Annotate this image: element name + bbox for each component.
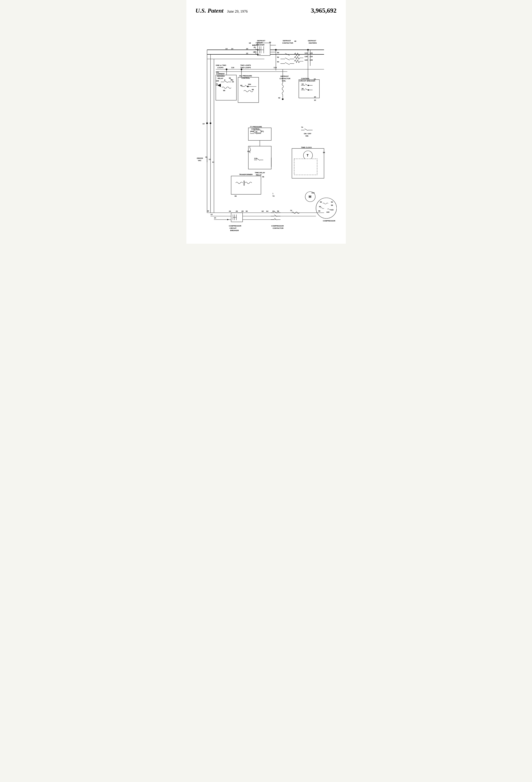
svg-text:120: 120: [310, 56, 313, 58]
svg-line-41: [285, 62, 290, 65]
svg-marker-230: [227, 219, 229, 220]
svg-line-217: [274, 218, 277, 220]
svg-text:50: 50: [277, 51, 279, 54]
svg-text:10: 10: [246, 48, 248, 50]
svg-text:PRESSURE: PRESSURE: [253, 126, 262, 128]
svg-text:20: 20: [254, 46, 256, 48]
svg-text:COMPRESSOR: COMPRESSOR: [229, 225, 241, 227]
svg-text:OIL PRESSURE: OIL PRESSURE: [239, 75, 252, 77]
svg-text:72: 72: [290, 210, 292, 212]
svg-text:12: 12: [314, 99, 316, 101]
svg-text:114: 114: [274, 67, 277, 69]
svg-text:108: 108: [216, 80, 219, 82]
svg-text:LOOPS: LOOPS: [217, 67, 223, 69]
patent-header: U.S. Patent June 29, 1976 3,965,692: [196, 7, 337, 14]
svg-text:36: 36: [302, 87, 304, 90]
svg-text:124: 124: [305, 52, 308, 54]
svg-text:VAC: VAC: [198, 159, 201, 162]
svg-text:TIME DELAY: TIME DELAY: [255, 172, 265, 174]
svg-text:CIRCUIT: CIRCUIT: [256, 42, 263, 44]
svg-text:106: 106: [216, 71, 219, 73]
svg-text:130: 130: [305, 56, 308, 58]
svg-text:116: 116: [231, 67, 234, 69]
svg-text:44: 44: [232, 81, 234, 83]
svg-text:COMPRESSOR: COMPRESSOR: [323, 220, 336, 222]
svg-text:CONTROL: CONTROL: [251, 128, 260, 130]
svg-text:10: 10: [207, 210, 209, 212]
svg-text:10: 10: [314, 96, 316, 98]
svg-text:66: 66: [235, 195, 237, 197]
svg-text:24: 24: [229, 210, 231, 212]
svg-text:⌇: ⌇: [272, 193, 273, 195]
svg-text:2: 2: [224, 79, 225, 81]
svg-text:12: 12: [246, 52, 248, 55]
svg-text:BREAKER: BREAKER: [256, 44, 265, 46]
svg-text:12: 12: [209, 158, 211, 161]
svg-text:RELAY: RELAY: [218, 77, 223, 79]
svg-text:100: 100: [326, 211, 330, 213]
svg-rect-144: [248, 146, 271, 169]
svg-text:58: 58: [277, 210, 279, 212]
svg-rect-93: [238, 77, 259, 103]
svg-point-62: [258, 49, 258, 50]
svg-text:48: 48: [294, 40, 296, 42]
svg-text:184: 184: [248, 83, 251, 85]
svg-text:32: 32: [314, 78, 316, 80]
svg-text:DEFROST: DEFROST: [308, 40, 316, 42]
svg-text:16: 16: [269, 41, 271, 43]
svg-text:22: 22: [254, 51, 256, 53]
svg-text:ON / OFF: ON / OFF: [304, 133, 311, 135]
svg-text:68: 68: [223, 90, 225, 92]
diagram-svg: text { font-family: Arial, Helvetica, sa…: [196, 19, 337, 235]
svg-text:104: 104: [311, 192, 315, 194]
svg-text:CIRCUIT: CIRCUIT: [230, 227, 237, 229]
svg-text:74: 74: [301, 126, 303, 128]
svg-text:46: 46: [262, 176, 264, 178]
svg-text:14: 14: [231, 48, 233, 50]
svg-text:54: 54: [277, 61, 279, 63]
svg-text:10: 10: [202, 123, 204, 125]
patent-label: U.S. Patent: [196, 7, 224, 14]
svg-line-139: [305, 129, 308, 131]
svg-text:RELAY: RELAY: [256, 174, 262, 176]
svg-text:96: 96: [318, 210, 320, 212]
svg-marker-229: [253, 44, 254, 46]
svg-text:60: 60: [272, 210, 274, 212]
svg-line-214: [274, 215, 277, 217]
patent-number: 3,965,692: [311, 7, 337, 14]
svg-text:CIRCUIT BREAKER: CIRCUIT BREAKER: [299, 80, 315, 82]
svg-text:TIME CLOCK: TIME CLOCK: [301, 146, 312, 148]
svg-text:COMPRESSOR: COMPRESSOR: [271, 225, 284, 227]
svg-text:COIL: COIL: [282, 80, 286, 82]
svg-point-237: [206, 122, 208, 124]
patent-date: June 29, 1976: [227, 9, 248, 13]
svg-text:HEATERS: HEATERS: [309, 42, 317, 44]
svg-point-235: [275, 49, 276, 50]
svg-rect-174: [294, 159, 317, 175]
svg-point-239: [282, 99, 283, 100]
svg-point-238: [210, 122, 211, 124]
svg-rect-153: [231, 176, 261, 194]
svg-line-37: [285, 58, 290, 60]
svg-text:64: 64: [266, 210, 268, 212]
svg-line-211: [274, 211, 277, 213]
svg-text:98: 98: [331, 204, 333, 206]
svg-text:52: 52: [277, 56, 279, 58]
svg-text:78: 78: [255, 131, 257, 133]
svg-text:DEFROST: DEFROST: [280, 75, 289, 77]
svg-text:92: 92: [331, 201, 333, 203]
svg-text:CONTACTOR: CONTACTOR: [279, 77, 291, 80]
svg-text:CONTACTOR: CONTACTOR: [273, 227, 284, 229]
svg-point-234: [241, 69, 242, 70]
svg-text:38: 38: [323, 151, 325, 153]
svg-text:CONTROL: CONTROL: [241, 77, 250, 79]
svg-text:M: M: [309, 195, 311, 199]
svg-text:TWO LOOPS: TWO LOOPS: [240, 64, 251, 66]
svg-text:126: 126: [310, 52, 313, 54]
svg-text:18: 18: [249, 42, 251, 44]
svg-text:70: 70: [216, 83, 218, 85]
svg-text:12: 12: [211, 213, 213, 215]
svg-text:62: 62: [262, 210, 264, 212]
svg-text:TWO LOOPS: TWO LOOPS: [240, 67, 251, 69]
svg-point-233: [226, 69, 227, 70]
